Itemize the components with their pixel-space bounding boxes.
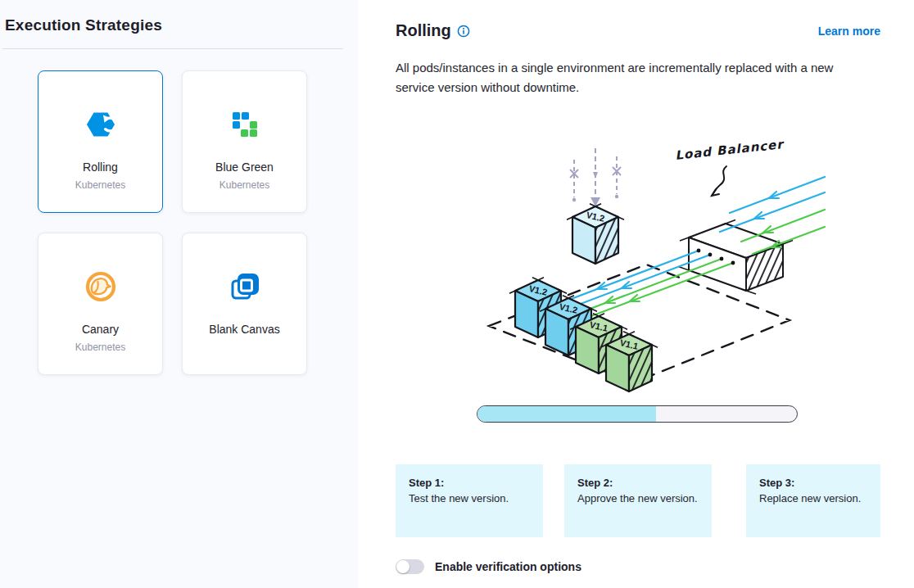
execution-strategies-screen: Execution Strategies Rolling Kubernetes <box>0 0 914 588</box>
rollout-progress-bar <box>477 405 798 423</box>
info-icon[interactable] <box>457 25 470 38</box>
strategy-label: Blue Green <box>215 161 274 174</box>
verification-toggle-label: Enable verification options <box>435 560 581 573</box>
strategy-sublabel: Kubernetes <box>75 179 125 191</box>
strategy-steps: Step 1: Test the new version. Step 2: Ap… <box>396 464 880 537</box>
verification-toggle[interactable] <box>396 559 424 574</box>
strategy-label: Blank Canvas <box>209 323 279 336</box>
step-card-3: Step 3: Replace new version. <box>746 464 880 537</box>
toggle-knob <box>396 560 409 573</box>
strategy-card-blank-canvas[interactable]: Blank Canvas <box>182 233 307 375</box>
step-title: Step 1: <box>409 477 530 489</box>
page-title: Execution Strategies <box>5 16 358 34</box>
step-text: Test the new version. <box>409 492 530 504</box>
load-balancer-pointer-arrow <box>712 166 726 196</box>
strategy-label: Canary <box>82 323 119 336</box>
progress-fill <box>477 406 656 422</box>
detail-header: Rolling Learn more <box>396 21 880 40</box>
rolling-strategy-illustration: Load Balancer <box>466 127 826 397</box>
verification-toggle-row: Enable verification options <box>396 559 880 574</box>
strategy-list-panel: Execution Strategies Rolling Kubernetes <box>0 0 358 588</box>
strategy-cards: Rolling Kubernetes Blue Green Kubernetes <box>38 70 358 375</box>
strategy-label: Rolling <box>83 161 118 174</box>
load-balancer-label: Load Balancer <box>674 137 785 163</box>
strategy-description: All pods/instances in a single environme… <box>396 58 866 97</box>
blue-green-icon <box>228 108 261 141</box>
strategy-card-canary[interactable]: Canary Kubernetes <box>38 233 163 375</box>
step-text: Replace new version. <box>759 492 867 504</box>
canary-icon <box>84 270 117 303</box>
strategy-sublabel: Kubernetes <box>75 341 125 353</box>
rolling-icon <box>84 108 117 141</box>
step-card-2: Step 2: Approve the new version. <box>564 464 712 537</box>
detail-title: Rolling <box>396 21 451 40</box>
strategy-card-blue-green[interactable]: Blue Green Kubernetes <box>182 70 307 213</box>
deploy-arrows <box>570 148 621 206</box>
step-title: Step 2: <box>577 477 699 489</box>
strategy-detail-panel: Rolling Learn more All pods/instances in… <box>358 0 914 588</box>
divider <box>2 48 343 49</box>
step-text: Approve the new version. <box>577 492 699 504</box>
step-card-1: Step 1: Test the new version. <box>396 464 543 537</box>
blank-canvas-icon <box>228 270 261 303</box>
strategy-card-rolling[interactable]: Rolling Kubernetes <box>38 70 163 213</box>
step-title: Step 3: <box>759 477 867 489</box>
strategy-sublabel: Kubernetes <box>219 179 269 191</box>
learn-more-link[interactable]: Learn more <box>818 25 880 38</box>
